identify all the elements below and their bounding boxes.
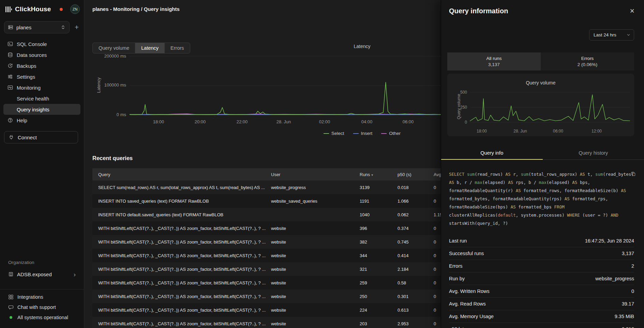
updown-chevron-icon: [60, 25, 66, 30]
sidebar-item-service-health[interactable]: Service health: [3, 93, 80, 104]
close-icon[interactable]: ×: [628, 7, 636, 15]
organization-icon: [8, 271, 14, 277]
column-header-query[interactable]: Query: [92, 172, 271, 177]
cell-user: website_saved_queries: [271, 199, 360, 204]
organization-selector[interactable]: ADSB.exposed ›: [3, 268, 80, 280]
cell-query: WITH bitShiftLeft(CAST(?..), _CAST(?..))…: [92, 308, 271, 313]
column-header-runs[interactable]: Runs▾: [360, 172, 398, 177]
sidebar-item-label: Backups: [17, 63, 36, 69]
cell-runs: 382: [360, 239, 398, 245]
sidebar-item-label: Data sources: [17, 52, 47, 58]
panel-title: Query information: [449, 7, 508, 15]
cell-p50: 0.301: [398, 294, 434, 299]
sidebar-item-help[interactable]: Help: [3, 115, 80, 126]
query-volume-x-axis-labels: 18:0028. Jun06:0012:00: [447, 129, 634, 134]
query-stats-list: Last run16:47:25, Jun 28 2024Successful …: [449, 234, 634, 328]
footer-item-all-systems-operational[interactable]: All systems operational: [3, 312, 80, 323]
footer-item-integrations[interactable]: Integrations: [3, 292, 80, 302]
avatar[interactable]: ZN: [70, 4, 80, 14]
stat-tab-all-runs[interactable]: All runs3,137: [447, 52, 541, 71]
column-header-p50-s[interactable]: p50 (s): [398, 172, 434, 177]
stat-value: 0.018: [622, 326, 634, 328]
sidebar-item-query-insights[interactable]: Query insights: [3, 104, 80, 115]
avatar-initials: ZN: [73, 7, 78, 11]
cell-runs: 224: [360, 308, 398, 313]
time-range-select[interactable]: Last 24 hrs: [589, 29, 634, 41]
cell-query: WITH bitShiftLeft(CAST(?..), _CAST(?..))…: [92, 294, 271, 299]
stat-label: Avg. Memory Usage: [449, 314, 494, 319]
query-information-panel: Query information × Last 24 hrs All runs…: [441, 0, 644, 328]
cell-runs: 1191: [360, 199, 398, 204]
sidebar-divider: [0, 289, 84, 290]
sidebar-item-label: Service health: [17, 96, 49, 101]
sidebar: ClickHouse ZN planes + SQL ConsoleData s…: [0, 0, 84, 328]
legend-swatch-icon: [353, 133, 359, 134]
cell-user: website: [271, 308, 360, 313]
cell-user: website: [271, 294, 360, 299]
legend-item-select[interactable]: Select: [324, 131, 344, 136]
cell-query: WITH bitShiftLeft(CAST(?..), _CAST(?..))…: [92, 267, 271, 272]
footer-item-label: All systems operational: [17, 315, 68, 320]
cell-p50: 2.953: [398, 321, 434, 326]
panel-tab-query-history[interactable]: Query history: [543, 146, 644, 159]
sidebar-item-data-sources[interactable]: Data sources: [3, 49, 80, 60]
workspace-selector[interactable]: planes: [4, 21, 70, 33]
copy-icon[interactable]: [631, 171, 636, 177]
legend-item-other[interactable]: Other: [381, 131, 401, 136]
workspace-icon: [8, 25, 13, 30]
tab-query-volume[interactable]: Query volume: [93, 43, 135, 53]
cell-query: WITH bitShiftLeft(CAST(?..), _CAST(?..))…: [92, 253, 271, 258]
legend-label: Other: [389, 131, 401, 136]
cell-p50: 0.58: [398, 280, 434, 285]
stat-value: website_progress: [595, 276, 634, 281]
footer-item-chat-with-support[interactable]: Chat with support: [3, 302, 80, 312]
stat-tab-label: All runs: [486, 56, 501, 61]
query-volume-chart-box: Query volume Query volume 5002500 18:002…: [447, 74, 634, 136]
sidebar-item-label: Settings: [17, 74, 35, 80]
cell-query: WITH bitShiftLeft(CAST(?..), _CAST(?..))…: [92, 239, 271, 245]
stat-value: 0: [631, 288, 634, 294]
cell-query: INSERT INTO default.saved_queries (text)…: [92, 212, 271, 217]
cell-p50: 0.062: [398, 212, 434, 217]
cell-runs: 321: [360, 267, 398, 272]
sidebar-item-monitoring[interactable]: Monitoring: [3, 82, 80, 93]
cell-runs: 1040: [360, 212, 398, 217]
query-volume-x-tick: 18:00: [477, 129, 487, 134]
stat-row-errors: Errors2: [449, 260, 634, 272]
cell-query: WITH bitShiftLeft(CAST(?..), _CAST(?..))…: [92, 226, 271, 231]
sidebar-item-sql-console[interactable]: SQL Console: [3, 38, 80, 49]
sidebar-item-label: SQL Console: [17, 41, 47, 47]
stat-row-run-by: Run bywebsite_progress: [449, 272, 634, 285]
cell-user: website: [271, 321, 360, 326]
clickhouse-logo-icon: [5, 6, 12, 13]
cell-query: SELECT sum(read_rows) AS r, sum(total_ro…: [92, 185, 271, 190]
sidebar-item-backups[interactable]: Backups: [3, 60, 80, 71]
help-icon: [8, 118, 13, 123]
stat-tab-errors[interactable]: Errors2 (0.06%): [541, 52, 634, 71]
add-service-button[interactable]: +: [72, 22, 81, 32]
column-header-user[interactable]: User: [271, 172, 360, 177]
connect-icon: [9, 135, 14, 140]
sidebar-top: ClickHouse ZN: [5, 4, 80, 14]
stat-value: 16:47:25, Jun 28 2024: [585, 238, 634, 244]
status-dot-icon: [8, 315, 14, 320]
stat-value: 3,137: [622, 251, 634, 256]
sidebar-item-settings[interactable]: Settings: [3, 71, 80, 82]
cell-p50: 0.745: [398, 239, 434, 245]
panel-tab-query-info[interactable]: Query info: [441, 146, 543, 159]
page-title: planes - Monitoring / Query insights: [92, 6, 180, 12]
notification-dot-icon: [60, 8, 63, 11]
stat-row-p50-latency: p50 latency0.018: [449, 323, 634, 328]
clickhouse-logo[interactable]: ClickHouse: [5, 5, 51, 13]
cell-runs: 259: [360, 280, 398, 285]
settings-icon: [8, 74, 13, 79]
cell-runs: 250: [360, 294, 398, 299]
sidebar-footer: IntegrationsChat with supportAll systems…: [3, 292, 80, 323]
recent-queries-title: Recent queries: [92, 155, 133, 161]
connect-button[interactable]: Connect: [4, 131, 78, 143]
legend-item-insert[interactable]: Insert: [353, 131, 373, 136]
latency-x-tick: 28. Jun: [276, 119, 291, 124]
cell-user: website_progress: [271, 185, 360, 190]
sidebar-item-label: Help: [17, 118, 27, 123]
cell-p50: 0.374: [398, 226, 434, 231]
